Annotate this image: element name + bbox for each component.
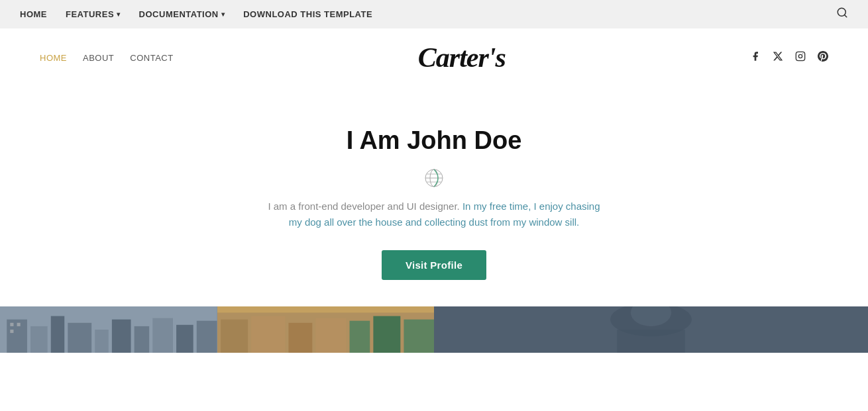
hero-desc-part1: I am a front-end developer and UI design… xyxy=(268,201,459,212)
facebook-icon[interactable] xyxy=(750,51,761,64)
hero-section: I Am John Doe I am a front-end developer… xyxy=(0,87,868,306)
svg-rect-20 xyxy=(197,321,217,353)
svg-rect-12 xyxy=(30,326,48,353)
visit-profile-button[interactable]: Visit Profile xyxy=(382,250,486,280)
svg-rect-32 xyxy=(404,320,434,353)
pinterest-icon[interactable] xyxy=(818,51,828,64)
header-nav-contact[interactable]: CONTACT xyxy=(130,53,173,63)
svg-rect-29 xyxy=(315,318,346,353)
site-header: HOME ABOUT CONTACT Carter's xyxy=(0,28,868,87)
image-strip xyxy=(0,306,868,353)
svg-rect-15 xyxy=(95,330,108,353)
svg-rect-28 xyxy=(288,323,312,353)
header-nav: HOME ABOUT CONTACT xyxy=(40,53,174,63)
svg-rect-27 xyxy=(251,316,285,353)
hero-title: I Am John Doe xyxy=(347,126,522,155)
top-nav-features[interactable]: FEATURES ▾ xyxy=(66,9,121,19)
header-nav-about[interactable]: ABOUT xyxy=(83,53,114,63)
top-nav-links: HOME FEATURES ▾ DOCUMENTATION ▾ DOWNLOAD… xyxy=(20,9,372,19)
image-person-right xyxy=(434,306,868,353)
top-navbar: HOME FEATURES ▾ DOCUMENTATION ▾ DOWNLOAD… xyxy=(0,0,868,28)
hero-description: I am a front-end developer and UI design… xyxy=(262,199,606,230)
svg-rect-37 xyxy=(434,306,868,353)
image-buildings-left xyxy=(0,306,217,353)
svg-rect-22 xyxy=(17,323,21,326)
svg-line-1 xyxy=(844,15,846,17)
site-logo[interactable]: Carter's xyxy=(418,42,506,73)
image-buildings-center xyxy=(217,306,435,353)
svg-rect-2 xyxy=(796,52,804,60)
svg-rect-31 xyxy=(373,316,400,353)
features-chevron-icon: ▾ xyxy=(117,11,121,18)
top-nav-home[interactable]: HOME xyxy=(20,9,47,19)
globe-icon xyxy=(424,168,444,188)
svg-rect-19 xyxy=(176,325,193,353)
svg-rect-21 xyxy=(10,323,13,326)
instagram-icon[interactable] xyxy=(795,51,806,64)
documentation-chevron-icon: ▾ xyxy=(221,11,225,18)
top-nav-download[interactable]: DOWNLOAD THIS TEMPLATE xyxy=(243,9,372,19)
svg-rect-26 xyxy=(221,320,248,353)
top-nav-documentation[interactable]: DOCUMENTATION ▾ xyxy=(139,9,225,19)
svg-point-3 xyxy=(798,54,802,58)
svg-rect-17 xyxy=(135,326,150,353)
svg-rect-18 xyxy=(152,318,173,353)
svg-rect-16 xyxy=(112,320,131,353)
svg-point-4 xyxy=(802,54,803,54)
search-icon[interactable] xyxy=(836,7,848,22)
svg-rect-14 xyxy=(68,323,91,353)
svg-rect-23 xyxy=(10,330,13,333)
svg-rect-30 xyxy=(349,321,370,353)
header-nav-home[interactable]: HOME xyxy=(40,53,67,63)
svg-rect-13 xyxy=(51,316,64,353)
twitter-x-icon[interactable] xyxy=(773,51,783,64)
social-icons-group xyxy=(750,51,828,64)
